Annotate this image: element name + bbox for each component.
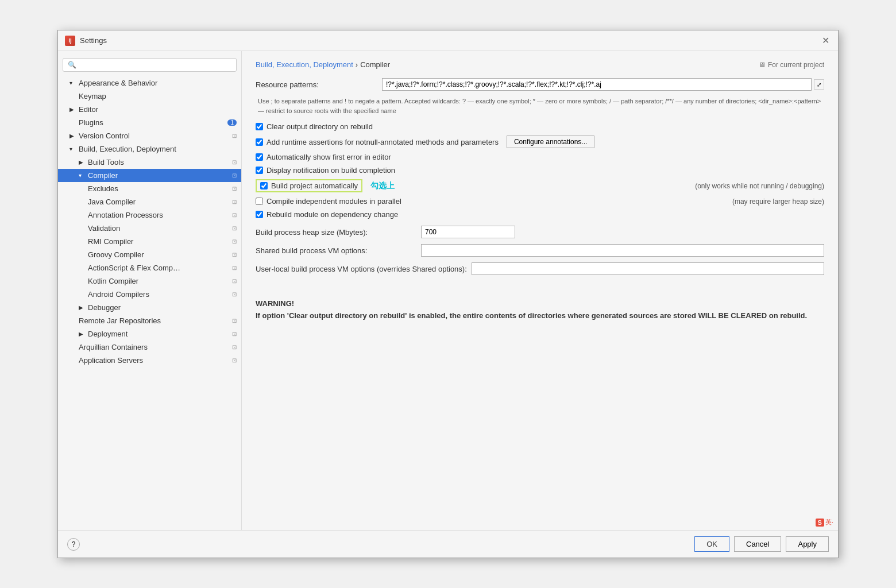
sidebar-item-validation[interactable]: Validation ⊡ — [58, 222, 241, 235]
search-input[interactable] — [63, 58, 237, 72]
sidebar-item-keymap[interactable]: Keymap — [58, 90, 241, 103]
display-notification-row: Display notification on build completion — [256, 166, 824, 175]
monitor-icon: 🖥 — [759, 61, 766, 69]
rebuild-module-checkbox[interactable] — [256, 211, 263, 218]
page-icon: ⊡ — [232, 199, 237, 205]
sidebar-item-plugins[interactable]: Plugins 1 — [58, 116, 241, 129]
page-icon: ⊡ — [232, 357, 237, 363]
compile-independent-note: (may require larger heap size) — [732, 198, 824, 206]
page-icon: ⊡ — [232, 238, 237, 245]
clear-output-label[interactable]: Clear output directory on rebuild — [267, 122, 373, 131]
breadcrumb-parent[interactable]: Build, Execution, Deployment — [256, 60, 353, 69]
sidebar: ▾ Appearance & Behavior Keymap ▶ Editor … — [58, 51, 242, 530]
sidebar-item-java-compiler[interactable]: Java Compiler ⊡ — [58, 195, 241, 208]
sidebar-item-label: Plugins — [79, 118, 103, 127]
sidebar-item-arquillian[interactable]: Arquillian Containers ⊡ — [58, 341, 241, 354]
add-runtime-checkbox[interactable] — [256, 138, 263, 146]
sidebar-item-label: Compiler — [88, 171, 118, 180]
resource-input-wrapper: ⤢ — [382, 78, 824, 91]
clear-output-checkbox[interactable] — [256, 123, 263, 130]
sidebar-item-label: Build, Execution, Deployment — [79, 145, 176, 153]
project-label: For current project — [768, 61, 824, 69]
warning-title: WARNING! — [256, 298, 824, 310]
rebuild-module-label[interactable]: Rebuild module on dependency change — [267, 210, 398, 219]
sidebar-item-version-control[interactable]: ▶ Version Control ⊡ — [58, 129, 241, 142]
expand-icon: ▾ — [79, 172, 86, 179]
cancel-button[interactable]: Cancel — [734, 536, 781, 552]
resource-label: Resource patterns: — [256, 78, 382, 89]
add-runtime-label[interactable]: Add runtime assertions for notnull-annot… — [267, 138, 499, 146]
sidebar-item-annotation-processors[interactable]: Annotation Processors ⊡ — [58, 208, 241, 222]
help-button[interactable]: ? — [67, 538, 80, 551]
sidebar-item-remote-jar[interactable]: Remote Jar Repositories ⊡ — [58, 314, 241, 327]
expand-icon: ▶ — [79, 159, 86, 165]
sidebar-item-android-compilers[interactable]: Android Compilers ⊡ — [58, 288, 241, 301]
sidebar-item-deployment[interactable]: ▶ Deployment ⊡ — [58, 327, 241, 341]
sidebar-item-actionscript[interactable]: ActionScript & Flex Comp… ⊡ — [58, 261, 241, 274]
user-vm-row: User-local build process VM options (ove… — [256, 262, 824, 275]
sidebar-item-label: Editor — [79, 105, 98, 114]
close-button[interactable]: ✕ — [820, 35, 831, 47]
sidebar-item-label: Version Control — [79, 131, 130, 140]
page-icon: ⊡ — [232, 331, 237, 337]
page-icon: ⊡ — [232, 185, 237, 192]
sidebar-item-compiler[interactable]: ▾ Compiler ⊡ — [58, 169, 241, 182]
heap-label: Build process heap size (Mbytes): — [256, 228, 416, 237]
display-notification-checkbox[interactable] — [256, 167, 263, 174]
ok-button[interactable]: OK — [694, 536, 729, 552]
sidebar-item-label: Remote Jar Repositories — [79, 316, 161, 325]
page-icon: ⊡ — [232, 225, 237, 231]
build-auto-checkbox[interactable] — [260, 182, 268, 189]
sidebar-item-editor[interactable]: ▶ Editor — [58, 103, 241, 116]
sidebar-item-rmi-compiler[interactable]: RMI Compiler ⊡ — [58, 235, 241, 248]
sidebar-item-label: ActionScript & Flex Comp… — [88, 264, 180, 272]
sidebar-item-appearance[interactable]: ▾ Appearance & Behavior — [58, 76, 241, 90]
expand-icon: ▶ — [79, 331, 86, 337]
user-vm-input[interactable] — [472, 262, 824, 275]
warning-section: WARNING! If option 'Clear output directo… — [256, 298, 824, 322]
main-panel: Build, Execution, Deployment › Compiler … — [242, 51, 838, 530]
display-notification-label[interactable]: Display notification on build completion — [267, 166, 395, 175]
expand-resource-button[interactable]: ⤢ — [814, 79, 824, 90]
resource-input[interactable] — [382, 78, 812, 91]
sidebar-item-label: Kotlin Compiler — [88, 277, 138, 285]
sidebar-item-build-tools[interactable]: ▶ Build Tools ⊡ — [58, 156, 241, 169]
sidebar-item-excludes[interactable]: Excludes ⊡ — [58, 182, 241, 195]
apply-button[interactable]: Apply — [786, 536, 829, 552]
build-auto-row: Build project automatically 勾选上 (only wo… — [256, 179, 824, 192]
project-label-container: 🖥 For current project — [759, 61, 824, 69]
sidebar-item-label: Arquillian Containers — [79, 343, 148, 351]
expand-icon: ▶ — [69, 133, 76, 139]
page-icon: ⊡ — [232, 291, 237, 297]
expand-icon: ▶ — [69, 106, 76, 113]
sidebar-item-build-execution[interactable]: ▾ Build, Execution, Deployment — [58, 142, 241, 156]
sidebar-item-kotlin-compiler[interactable]: Kotlin Compiler ⊡ — [58, 274, 241, 288]
heap-size-row: Build process heap size (Mbytes): — [256, 226, 824, 238]
sidebar-item-debugger[interactable]: ▶ Debugger — [58, 301, 241, 314]
sidebar-item-label: Deployment — [88, 330, 128, 338]
page-icon: ⊡ — [232, 318, 237, 324]
warning-body: If option 'Clear output directory on reb… — [256, 310, 824, 322]
build-auto-label[interactable]: Build project automatically — [271, 181, 358, 190]
auto-show-error-checkbox[interactable] — [256, 153, 263, 161]
compile-independent-checkbox[interactable] — [256, 198, 263, 205]
sougou-s-icon: S — [816, 519, 824, 527]
auto-show-error-label[interactable]: Automatically show first error in editor — [267, 153, 391, 161]
heap-input[interactable] — [421, 226, 515, 238]
sidebar-item-groovy-compiler[interactable]: Groovy Compiler ⊡ — [58, 248, 241, 261]
sidebar-item-application-servers[interactable]: Application Servers ⊡ — [58, 354, 241, 367]
page-icon: ⊡ — [232, 172, 237, 179]
dialog-body: ▾ Appearance & Behavior Keymap ▶ Editor … — [58, 51, 838, 530]
configure-annotations-button[interactable]: Configure annotations... — [507, 136, 594, 148]
shared-vm-input[interactable] — [421, 244, 824, 257]
title-bar-left: ij Settings — [65, 36, 107, 46]
dialog-footer: ? OK Cancel Apply — [58, 530, 838, 558]
rebuild-module-row: Rebuild module on dependency change — [256, 210, 824, 219]
compile-independent-label[interactable]: Compile independent modules in parallel — [267, 197, 401, 206]
add-runtime-row: Add runtime assertions for notnull-annot… — [256, 136, 824, 148]
page-icon: ⊡ — [232, 212, 237, 218]
sidebar-item-label: Appearance & Behavior — [79, 79, 157, 87]
dialog-title: Settings — [80, 36, 107, 45]
sidebar-item-label: Validation — [88, 224, 120, 233]
page-icon: ⊡ — [232, 278, 237, 284]
